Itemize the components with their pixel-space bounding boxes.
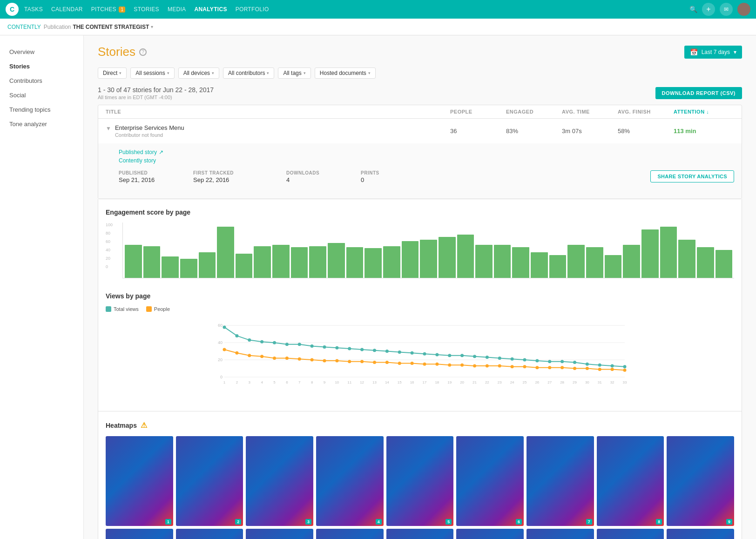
heatmap-thumb-6[interactable]: 6 (456, 436, 524, 526)
col-avg-finish: AVG. FINISH (618, 109, 674, 115)
svg-point-54 (385, 350, 389, 353)
content-area: Stories ? 📅 Last 7 days ▾ Direct ▾ All s… (84, 35, 756, 539)
svg-point-94 (473, 364, 476, 368)
heatmap-thumb-8[interactable]: 8 (597, 436, 664, 526)
heatmaps-title: Heatmaps ⚠ (106, 421, 734, 430)
heatmap-thumb-4[interactable]: 4 (316, 436, 384, 526)
expand-button[interactable]: ▼ (106, 125, 111, 132)
nav-analytics[interactable]: ANALYTICS (194, 6, 227, 13)
engagement-chart-title: Engagement score by page (106, 209, 734, 216)
bar-23 (531, 252, 548, 278)
svg-point-100 (548, 366, 551, 369)
heatmap-num-5: 5 (446, 519, 452, 525)
nav-pitches[interactable]: PITCHES 1 (91, 6, 126, 13)
filter-devices-chevron: ▾ (212, 71, 214, 75)
filter-all-tags[interactable]: All tags ▾ (278, 67, 310, 79)
views-chart-title: Views by page (106, 292, 734, 300)
heatmap-thumb-11[interactable]: 11 (176, 529, 243, 539)
filter-all-sessions[interactable]: All sessions ▾ (130, 67, 174, 79)
sidebar-item-overview[interactable]: Overview (0, 45, 83, 59)
nav-tasks[interactable]: TASKS (24, 6, 43, 13)
published-story-link[interactable]: Published story ↗ (119, 149, 734, 155)
date-picker-button[interactable]: 📅 Last 7 days ▾ (684, 46, 742, 59)
svg-text:60: 60 (218, 323, 223, 328)
heatmap-thumb-12[interactable]: 12 (246, 529, 313, 539)
story-engaged: 83% (506, 128, 562, 135)
contently-story-link[interactable]: Contently story (119, 157, 734, 164)
story-row-wrapper: ▼ Enterprise Services Menu Contributor n… (98, 119, 742, 199)
heatmap-thumb-2[interactable]: 2 (176, 436, 243, 526)
heatmap-thumb-7[interactable]: 7 (526, 436, 594, 526)
svg-text:18: 18 (435, 380, 439, 384)
heatmap-thumb-15[interactable]: 15 (456, 529, 524, 539)
nav-calendar[interactable]: CALENDAR (51, 6, 83, 13)
heatmap-thumb-5[interactable]: 5 (386, 436, 454, 526)
svg-point-101 (560, 366, 564, 369)
heatmap-bg-8 (597, 436, 664, 526)
heatmap-thumb-18[interactable]: 18 (667, 529, 734, 539)
bar-22 (512, 247, 529, 278)
svg-point-53 (373, 349, 376, 352)
app-logo[interactable]: C (6, 3, 19, 16)
svg-point-71 (598, 364, 601, 367)
stories-count-info: 1 - 30 of 47 stories for Jun 22 - 28, 20… (98, 86, 214, 100)
svg-point-78 (273, 357, 276, 360)
sidebar-item-contributors[interactable]: Contributors (0, 74, 83, 88)
heatmap-bg-2 (176, 436, 243, 526)
notifications-icon[interactable]: ✉ (720, 3, 733, 16)
sidebar-item-stories[interactable]: Stories (0, 59, 83, 74)
heatmap-thumb-10[interactable]: 10 (106, 529, 173, 539)
story-links: Published story ↗ Contently story (119, 149, 734, 164)
date-chevron: ▾ (734, 49, 736, 55)
svg-text:21: 21 (472, 380, 477, 384)
filter-all-contributors[interactable]: All contributors ▾ (223, 67, 274, 79)
svg-point-67 (548, 360, 551, 363)
svg-point-60 (460, 354, 464, 357)
bar-19 (457, 235, 474, 278)
svg-point-81 (310, 358, 314, 362)
svg-text:32: 32 (610, 380, 614, 384)
filter-contributors-label: All contributors (228, 70, 265, 76)
heatmap-thumb-17[interactable]: 17 (597, 529, 664, 539)
story-main-row: ▼ Enterprise Services Menu Contributor n… (98, 119, 742, 143)
col-avg-time: AVG. TIME (562, 109, 618, 115)
heatmap-thumb-3[interactable]: 3 (246, 436, 313, 526)
nav-portfolio[interactable]: PORTFOLIO (236, 6, 269, 13)
search-icon[interactable]: 🔍 (689, 6, 697, 13)
sidebar-item-trending[interactable]: Trending topics (0, 102, 83, 117)
heatmap-thumb-16[interactable]: 16 (526, 529, 594, 539)
bar-20 (475, 245, 493, 278)
filter-hosted-label: Hosted documents (320, 70, 366, 76)
breadcrumb-pub-name: THE CONTENT STRATEGIST (73, 24, 149, 30)
page-title-row: Stories ? (98, 45, 147, 59)
svg-text:8: 8 (311, 380, 313, 384)
heatmap-thumb-1[interactable]: 1 (106, 436, 173, 526)
heatmap-thumb-14[interactable]: 14 (386, 529, 454, 539)
svg-point-99 (535, 366, 539, 369)
external-link-icon: ↗ (159, 149, 163, 155)
col-attention[interactable]: ATTENTION ↓ (674, 109, 734, 115)
sidebar-item-social[interactable]: Social (0, 88, 83, 102)
col-engaged: ENGAGED (506, 109, 562, 115)
add-button[interactable]: + (702, 3, 715, 16)
heatmaps-warning-icon: ⚠ (141, 421, 147, 430)
sidebar-item-tone[interactable]: Tone analyzer (0, 117, 83, 131)
filter-all-devices[interactable]: All devices ▾ (178, 67, 219, 79)
bar-30 (660, 227, 677, 278)
heatmap-thumb-13[interactable]: 13 (316, 529, 384, 539)
info-icon[interactable]: ? (139, 48, 147, 56)
svg-point-85 (360, 360, 364, 363)
user-avatar[interactable] (737, 3, 750, 16)
svg-text:20: 20 (218, 357, 223, 362)
nav-media[interactable]: MEDIA (168, 6, 186, 13)
breadcrumb-chevron[interactable]: ▾ (151, 24, 153, 29)
filter-direct[interactable]: Direct ▾ (98, 67, 127, 79)
col-people: PEOPLE (450, 109, 506, 115)
svg-text:0: 0 (220, 375, 223, 379)
download-report-button[interactable]: DOWNLOAD REPORT (CSV) (655, 87, 742, 99)
share-story-analytics-button[interactable]: SHARE STORY ANALYTICS (650, 170, 734, 182)
filter-hosted-docs[interactable]: Hosted documents ▾ (315, 67, 376, 79)
nav-stories[interactable]: STORIES (134, 6, 159, 13)
heatmap-thumb-9[interactable]: 9 (667, 436, 734, 526)
breadcrumb-contently[interactable]: CONTENTLY (7, 24, 41, 30)
